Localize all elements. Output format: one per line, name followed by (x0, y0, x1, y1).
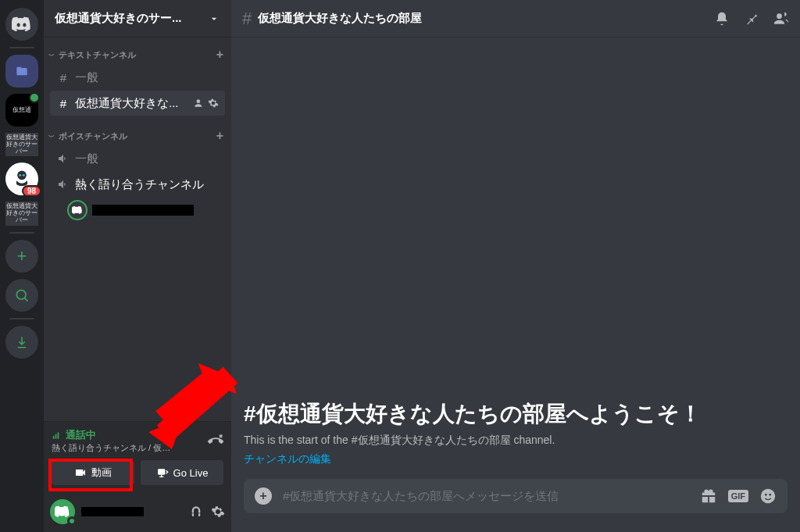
go-live-button[interactable]: Go Live (141, 460, 223, 485)
svg-point-3 (16, 290, 26, 299)
main-area: # 仮想通貨大好きな人たちの部屋 #仮想通貨大好きな人たちの部屋へようこそ！ T… (231, 0, 800, 532)
server-icon-2-text: 仮想通貨大好きのサーバー (5, 202, 38, 225)
svg-point-14 (765, 494, 767, 496)
voice-channel-general[interactable]: 一般 (50, 146, 225, 171)
gear-icon[interactable] (208, 98, 219, 109)
divider (9, 232, 34, 234)
svg-rect-8 (58, 433, 59, 439)
voice-user-name-redacted (92, 205, 194, 216)
channel-label: 一般 (75, 70, 219, 85)
divider (9, 318, 34, 320)
user-panel (44, 491, 231, 532)
svg-point-0 (17, 171, 27, 180)
svg-rect-6 (53, 436, 55, 439)
channel-general[interactable]: # 一般 (50, 65, 225, 90)
channel-sidebar: 仮想通貨大好きのサー... ﹀ テキストチャンネル + # 一般 # 仮想通貨大… (44, 0, 231, 532)
deafen-button[interactable] (189, 505, 203, 519)
server-icon-2[interactable]: 98 (5, 162, 38, 195)
channel-label: 仮想通貨大好きな... (75, 96, 189, 111)
svg-point-5 (197, 99, 201, 103)
add-channel-icon[interactable]: + (216, 129, 223, 143)
gif-button[interactable]: GIF (728, 490, 748, 502)
svg-rect-7 (55, 434, 57, 439)
server-folder[interactable] (5, 55, 38, 87)
members-button[interactable] (773, 11, 789, 27)
status-dot-icon (67, 516, 77, 526)
svg-point-1 (19, 174, 21, 177)
hash-icon: # (242, 9, 252, 29)
category-label: ボイスチャンネル (59, 131, 127, 141)
server-icon-1-label: 仮想通 (12, 107, 31, 114)
username-redacted (81, 507, 144, 516)
speaker-icon (56, 178, 70, 191)
svg-point-2 (23, 174, 25, 177)
voice-user-avatar (69, 202, 86, 219)
download-button[interactable] (5, 326, 38, 359)
voice-channel-category[interactable]: ﹀ ボイスチャンネル + (44, 127, 231, 145)
voice-status: 通話中 (52, 428, 177, 442)
video-button[interactable]: 動画 (52, 460, 134, 485)
notification-badge: 98 (22, 185, 41, 197)
disconnect-button[interactable] (208, 434, 223, 449)
input-placeholder: #仮想通貨大好きな人たちの部屋へメッセージを送信 (283, 489, 689, 504)
home-button[interactable] (5, 8, 38, 41)
add-channel-icon[interactable]: + (216, 48, 223, 62)
chat-input[interactable]: + #仮想通貨大好きな人たちの部屋へメッセージを送信 GIF (244, 479, 788, 513)
emoji-button[interactable] (759, 487, 777, 505)
server-name: 仮想通貨大好きのサー... (55, 11, 182, 26)
text-channel-category[interactable]: ﹀ テキストチャンネル + (44, 45, 231, 64)
settings-button[interactable] (211, 505, 225, 519)
svg-rect-9 (158, 469, 165, 474)
svg-point-15 (769, 494, 771, 496)
divider (9, 47, 34, 48)
server-list: 仮想通 仮想通貨大好きのサーバー 98 仮想通貨大好きのサーバー + (0, 0, 44, 532)
notifications-button[interactable] (714, 11, 730, 27)
voice-panel: 通話中 熱く語り合うチャンネル / 仮想... 動画 Go Live (44, 421, 231, 491)
speaker-icon (56, 152, 70, 165)
user-avatar[interactable] (50, 499, 75, 524)
hash-icon: # (56, 97, 70, 110)
chat-body: #仮想通貨大好きな人たちの部屋へようこそ！ This is the start … (231, 37, 800, 479)
channel-label: 熱く語り合うチャンネル (75, 177, 219, 192)
gift-button[interactable] (700, 487, 717, 505)
channel-title: 仮想通貨大好きな人たちの部屋 (258, 11, 714, 26)
user-info (81, 507, 183, 516)
channel-label: 一般 (75, 152, 219, 166)
svg-point-13 (761, 489, 775, 503)
channel-active[interactable]: # 仮想通貨大好きな... (50, 91, 225, 116)
voice-indicator-icon (29, 92, 40, 103)
svg-point-12 (777, 13, 782, 19)
server-header[interactable]: 仮想通貨大好きのサー... (44, 0, 231, 37)
hash-icon: # (56, 71, 70, 84)
server-icon-1-text: 仮想通貨大好きのサーバー (5, 133, 38, 156)
welcome-subtitle: This is the start of the #仮想通貨大好きな人たちの部屋… (244, 434, 788, 448)
server-icon-1[interactable]: 仮想通 (5, 94, 38, 127)
invite-icon[interactable] (194, 98, 205, 109)
explore-button[interactable] (5, 279, 38, 312)
category-label: テキストチャンネル (59, 50, 136, 59)
voice-status-sub: 熱く語り合うチャンネル / 仮想... (52, 442, 177, 454)
main-header: # 仮想通貨大好きな人たちの部屋 (231, 0, 800, 37)
pinned-button[interactable] (744, 11, 759, 27)
voice-user[interactable] (69, 198, 231, 223)
edit-channel-link[interactable]: チャンネルの編集 (244, 452, 788, 466)
svg-line-4 (24, 298, 27, 301)
channel-scroll: ﹀ テキストチャンネル + # 一般 # 仮想通貨大好きな... ﹀ ボイスチャ… (44, 37, 231, 421)
voice-channel-hot[interactable]: 熱く語り合うチャンネル (50, 172, 225, 197)
chevron-down-icon (208, 12, 220, 25)
attach-button[interactable]: + (255, 487, 272, 505)
welcome-title: #仮想通貨大好きな人たちの部屋へようこそ！ (244, 399, 788, 429)
chat-input-wrap: + #仮想通貨大好きな人たちの部屋へメッセージを送信 GIF (231, 479, 800, 532)
add-server-button[interactable]: + (5, 240, 38, 273)
